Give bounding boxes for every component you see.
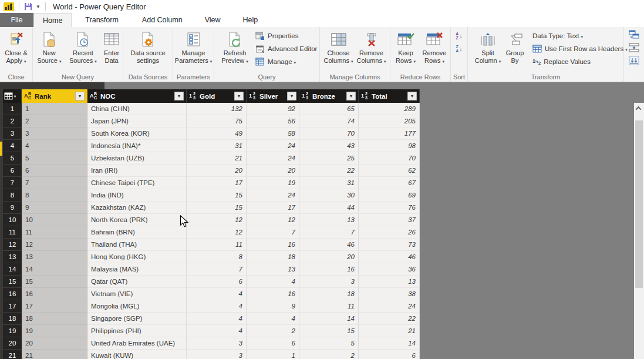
filter-dropdown-button[interactable]: ▼: [75, 92, 85, 100]
cell-noc[interactable]: Kazakhstan (KAZ): [87, 202, 187, 214]
cell-gold[interactable]: 3: [187, 337, 247, 350]
cell-gold[interactable]: 12: [187, 226, 247, 239]
cell-bronze[interactable]: 3: [299, 276, 359, 288]
cell-total[interactable]: 6: [359, 350, 420, 359]
row-number[interactable]: 21: [3, 350, 22, 359]
cell-silver[interactable]: 17: [247, 202, 299, 214]
cell-noc[interactable]: Qatar (QAT): [87, 276, 187, 288]
refresh-preview-button[interactable]: Refresh Preview: [219, 29, 251, 65]
column-header-gold[interactable]: 123Gold▼: [187, 89, 247, 103]
cell-noc[interactable]: Chinese Taipei (TPE): [87, 177, 187, 189]
row-number[interactable]: 3: [3, 128, 22, 140]
cell-noc[interactable]: Malaysia (MAS): [87, 263, 187, 276]
cell-rank[interactable]: 15: [22, 276, 87, 288]
cell-gold[interactable]: 132: [187, 103, 247, 115]
cell-gold[interactable]: 4: [187, 300, 247, 313]
cell-bronze[interactable]: 14: [299, 313, 359, 325]
cell-rank[interactable]: 20: [22, 337, 87, 350]
cell-bronze[interactable]: 74: [299, 115, 359, 128]
cell-total[interactable]: 46: [359, 251, 420, 263]
row-number[interactable]: 2: [3, 115, 22, 128]
cell-silver[interactable]: 19: [247, 177, 299, 189]
row-number[interactable]: 19: [3, 325, 22, 337]
cell-gold[interactable]: 31: [187, 140, 247, 152]
cell-bronze[interactable]: 25: [299, 152, 359, 165]
cell-rank[interactable]: 9: [22, 202, 87, 214]
filter-dropdown-button[interactable]: ▼: [407, 92, 417, 100]
column-header-bronze[interactable]: 123Bronze▼: [299, 89, 359, 103]
cell-noc[interactable]: Singapore (SGP): [87, 313, 187, 325]
cell-rank[interactable]: 17: [22, 300, 87, 313]
cell-noc[interactable]: Japan (JPN): [87, 115, 187, 128]
cell-rank[interactable]: 5: [22, 152, 87, 165]
cell-silver[interactable]: 7: [247, 226, 299, 239]
cell-silver[interactable]: 24: [247, 152, 299, 165]
split-column-button[interactable]: Split Column: [473, 29, 503, 65]
cell-noc[interactable]: Vietnam (VIE): [87, 288, 187, 300]
cell-total[interactable]: 37: [359, 214, 420, 226]
cell-rank[interactable]: 3: [22, 128, 87, 140]
cell-bronze[interactable]: 22: [299, 165, 359, 177]
row-number[interactable]: 1: [3, 103, 22, 115]
cell-total[interactable]: 73: [359, 239, 420, 251]
row-number[interactable]: 6: [3, 165, 22, 177]
column-header-total[interactable]: 123Total▼: [359, 89, 420, 103]
cell-silver[interactable]: 92: [247, 103, 299, 115]
properties-button[interactable]: Properties: [255, 30, 317, 42]
cell-silver[interactable]: 13: [247, 263, 299, 276]
cell-gold[interactable]: 21: [187, 152, 247, 165]
cell-silver[interactable]: 24: [247, 189, 299, 202]
cell-bronze[interactable]: 20: [299, 251, 359, 263]
cell-total[interactable]: 38: [359, 288, 420, 300]
column-header-silver[interactable]: 123Silver▼: [247, 89, 299, 103]
cell-silver[interactable]: 6: [247, 337, 299, 350]
cell-silver[interactable]: 56: [247, 115, 299, 128]
cell-total[interactable]: 26: [359, 226, 420, 239]
remove-rows-button[interactable]: Remove Rows: [420, 29, 449, 65]
row-number[interactable]: 10: [3, 214, 22, 226]
cell-rank[interactable]: 11: [22, 226, 87, 239]
cell-total[interactable]: 21: [359, 325, 420, 337]
cell-bronze[interactable]: 31: [299, 177, 359, 189]
remove-columns-button[interactable]: Remove Columns: [355, 29, 388, 65]
cell-noc[interactable]: Mongolia (MGL): [87, 300, 187, 313]
cell-silver[interactable]: 12: [247, 214, 299, 226]
scrollbar-thumb[interactable]: [635, 120, 643, 288]
cell-bronze[interactable]: 15: [299, 325, 359, 337]
sort-descending-button[interactable]: ZA↓: [456, 43, 463, 55]
cell-gold[interactable]: 15: [187, 189, 247, 202]
cell-rank[interactable]: 8: [22, 189, 87, 202]
cell-rank[interactable]: 18: [22, 313, 87, 325]
row-number[interactable]: 12: [3, 239, 22, 251]
cell-rank[interactable]: 6: [22, 165, 87, 177]
cell-gold[interactable]: 75: [187, 115, 247, 128]
cell-total[interactable]: 62: [359, 165, 420, 177]
cell-rank[interactable]: 16: [22, 288, 87, 300]
cell-silver[interactable]: 58: [247, 128, 299, 140]
filter-dropdown-button[interactable]: ▼: [234, 92, 244, 100]
keep-rows-button[interactable]: Keep Rows: [392, 29, 420, 65]
cell-rank[interactable]: 19: [22, 325, 87, 337]
tab-view[interactable]: View: [196, 13, 230, 27]
cell-bronze[interactable]: 13: [299, 214, 359, 226]
tab-home[interactable]: Home: [33, 13, 72, 27]
cell-silver[interactable]: 20: [247, 165, 299, 177]
cell-total[interactable]: 69: [359, 189, 420, 202]
cell-noc[interactable]: Hong Kong (HKG): [87, 251, 187, 263]
replace-values-button[interactable]: 1⤷2 Replace Values: [532, 56, 628, 68]
advanced-editor-button[interactable]: Advanced Editor: [255, 43, 317, 55]
filter-dropdown-button[interactable]: ▼: [287, 92, 296, 100]
cell-noc[interactable]: India (IND): [87, 189, 187, 202]
row-number[interactable]: 20: [3, 337, 22, 350]
column-header-noc[interactable]: ABCNOC▼: [87, 89, 187, 103]
row-number[interactable]: 16: [3, 288, 22, 300]
cell-bronze[interactable]: 30: [299, 189, 359, 202]
vertical-scrollbar[interactable]: [634, 103, 644, 359]
cell-rank[interactable]: 13: [22, 251, 87, 263]
row-number[interactable]: 11: [3, 226, 22, 239]
cell-total[interactable]: 70: [359, 152, 420, 165]
tab-transform[interactable]: Transform: [76, 13, 127, 27]
cell-total[interactable]: 67: [359, 177, 420, 189]
cell-silver[interactable]: 4: [247, 276, 299, 288]
cell-bronze[interactable]: 11: [299, 300, 359, 313]
